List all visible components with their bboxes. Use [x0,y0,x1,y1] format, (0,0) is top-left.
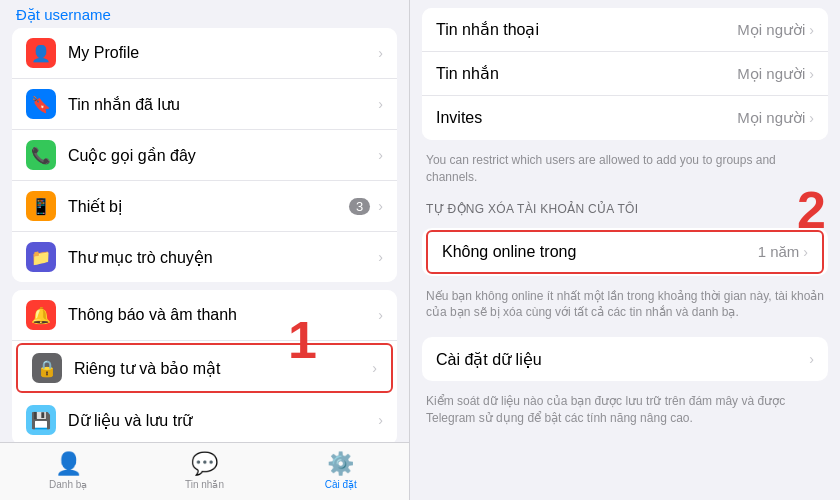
settings-nav-icon: ⚙️ [327,451,354,477]
data-storage-icon: 💾 [26,405,56,435]
contacts-nav-label: Danh bạ [49,479,87,490]
data-settings-note: Kiểm soát dữ liệu nào của bạn được lưu t… [410,389,840,435]
right-section-auto-delete: Không online trong 1 năm › [422,228,828,276]
my-profile-label: My Profile [68,44,139,62]
bottom-nav: 👤 Danh bạ 💬 Tin nhắn ⚙️ Cài đặt [0,442,409,500]
chevron-icon: › [378,147,383,163]
settings-row-notifications[interactable]: 🔔 Thông báo và âm thanh › [12,290,397,341]
nav-item-contacts[interactable]: 👤 Danh bạ [0,447,136,494]
right-row-invites[interactable]: Invites Mọi người › [422,96,828,140]
contacts-nav-icon: 👤 [55,451,82,477]
invites-value: Mọi người [737,109,805,127]
right-row-not-online[interactable]: Không online trong 1 năm › [426,230,824,274]
chevron-icon: › [809,110,814,126]
auto-delete-title: TỰ ĐỘNG XÓA TÀI KHOẢN CỦA TÔI [410,194,840,220]
right-row-phone-messages[interactable]: Tin nhắn thoại Mọi người › [422,8,828,52]
chevron-icon: › [809,66,814,82]
saved-messages-content: Tin nhắn đã lưu › [68,95,383,114]
chat-folder-content: Thư mục trò chuyện › [68,248,383,267]
data-storage-content: Dữ liệu và lưu trữ › [68,411,383,430]
nav-item-settings[interactable]: ⚙️ Cài đặt [273,447,409,494]
notifications-icon: 🔔 [26,300,56,330]
my-profile-icon: 👤 [26,38,56,68]
data-storage-label: Dữ liệu và lưu trữ [68,411,192,430]
saved-messages-label: Tin nhắn đã lưu [68,95,180,114]
settings-row-saved-messages[interactable]: 🔖 Tin nhắn đã lưu › [12,79,397,130]
notifications-content: Thông báo và âm thanh › [68,306,383,324]
privacy-content: Riêng tư và bảo mật › [74,359,377,378]
recent-calls-icon: 📞 [26,140,56,170]
chevron-icon: › [378,412,383,428]
right-section-privacy: Tin nhắn thoại Mọi người › Tin nhắn Mọi … [422,8,828,140]
settings-nav-label: Cài đặt [325,479,357,490]
recent-calls-content: Cuộc gọi gần đây › [68,146,383,165]
privacy-icon: 🔒 [32,353,62,383]
left-panel: Đặt username 👤 My Profile › [0,0,410,500]
messages-value: Mọi người [737,65,805,83]
phone-messages-value: Mọi người [737,21,805,39]
settings-row-chat-folder[interactable]: 📁 Thư mục trò chuyện › [12,232,397,282]
phone-messages-label: Tin nhắn thoại [436,20,737,39]
settings-row-my-profile[interactable]: 👤 My Profile › [12,28,397,79]
set-username-link[interactable]: Đặt username [0,0,409,28]
auto-delete-note: Nếu bạn không online ít nhất một lần tro… [410,284,840,330]
right-row-data-settings[interactable]: Cài đặt dữ liệu › [422,337,828,381]
right-section-data: Cài đặt dữ liệu › [422,337,828,381]
saved-messages-icon: 🔖 [26,89,56,119]
devices-badge: 3 [349,198,370,215]
chevron-icon: › [378,198,383,214]
messages-nav-label: Tin nhắn [185,479,224,490]
chevron-icon: › [378,96,383,112]
right-panel: 2 Tin nhắn thoại Mọi người › Tin nhắn Mọ… [410,0,840,500]
settings-section-2: 🔔 Thông báo và âm thanh › 🔒 R [12,290,397,442]
recent-calls-label: Cuộc gọi gần đây [68,146,196,165]
chevron-icon: › [809,22,814,38]
chevron-icon: › [378,307,383,323]
devices-label: Thiết bị [68,197,122,216]
data-settings-label: Cài đặt dữ liệu [436,350,805,369]
settings-row-data-storage[interactable]: 💾 Dữ liệu và lưu trữ › [12,395,397,442]
notifications-label: Thông báo và âm thanh [68,306,237,324]
chevron-icon: › [803,244,808,260]
settings-row-devices[interactable]: 📱 Thiết bị 3 › [12,181,397,232]
chevron-icon: › [378,249,383,265]
chat-folder-icon: 📁 [26,242,56,272]
messages-nav-icon: 💬 [191,451,218,477]
messages-label: Tin nhắn [436,64,737,83]
right-row-messages[interactable]: Tin nhắn Mọi người › [422,52,828,96]
settings-row-privacy[interactable]: 🔒 Riêng tư và bảo mật › [16,343,393,393]
settings-row-recent-calls[interactable]: 📞 Cuộc gọi gần đây › [12,130,397,181]
not-online-label: Không online trong [442,243,758,261]
my-profile-content: My Profile › [68,44,383,62]
chevron-icon: › [378,45,383,61]
nav-item-messages[interactable]: 💬 Tin nhắn [136,447,272,494]
settings-section-1: 👤 My Profile › 🔖 Tin nhắn đã [12,28,397,282]
not-online-value: 1 năm [758,243,800,260]
privacy-label: Riêng tư và bảo mật [74,359,221,378]
chevron-icon: › [372,360,377,376]
chevron-icon: › [809,351,814,367]
devices-icon: 📱 [26,191,56,221]
privacy-section-note: You can restrict which users are allowed… [410,148,840,194]
devices-content: Thiết bị 3 › [68,197,383,216]
invites-label: Invites [436,109,737,127]
chat-folder-label: Thư mục trò chuyện [68,248,213,267]
